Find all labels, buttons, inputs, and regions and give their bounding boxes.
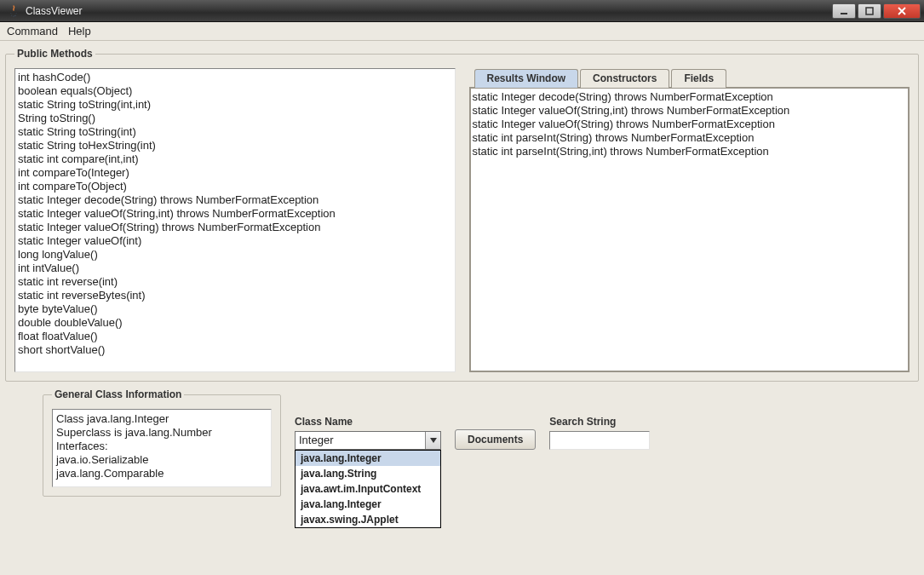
list-item[interactable]: double doubleValue() <box>17 316 453 330</box>
general-class-info-legend: General Class Information <box>52 388 184 400</box>
dropdown-option[interactable]: java.awt.im.InputContext <box>296 481 440 497</box>
gci-line: Class java.lang.Integer <box>56 412 267 426</box>
list-item[interactable]: int compareTo(Object) <box>17 180 453 193</box>
list-item[interactable]: short shortValue() <box>17 343 453 357</box>
svg-rect-0 <box>841 13 847 14</box>
list-item[interactable]: static Integer valueOf(String) throws Nu… <box>17 221 453 234</box>
list-item[interactable]: static Integer decode(String) throws Num… <box>17 193 453 207</box>
menu-bar: Command Help <box>0 22 924 41</box>
list-item[interactable]: static String toString(int,int) <box>17 98 453 112</box>
class-name-combobox[interactable]: Integer <box>295 431 441 450</box>
tab-fields[interactable]: Fields <box>671 69 726 88</box>
search-string-input[interactable] <box>549 431 650 450</box>
dropdown-option[interactable]: java.lang.Integer <box>296 451 440 466</box>
gci-line: Superclass is java.lang.Number <box>56 426 267 440</box>
menu-command[interactable]: Command <box>7 25 58 37</box>
general-class-info-text: Class java.lang.Integer Superclass is ja… <box>52 409 272 487</box>
list-item[interactable]: static int parseInt(String) throws Numbe… <box>473 131 907 145</box>
tab-strip: Results Window Constructors Fields <box>474 68 910 87</box>
list-item[interactable]: static Integer valueOf(String) throws Nu… <box>473 118 907 131</box>
java-app-icon <box>7 4 20 18</box>
list-item[interactable]: static Integer valueOf(String,int) throw… <box>17 207 453 221</box>
list-item[interactable]: static Integer valueOf(String,int) throw… <box>473 104 907 118</box>
list-item[interactable]: static Integer decode(String) throws Num… <box>473 90 907 104</box>
list-item[interactable]: int compareTo(Integer) <box>17 166 453 180</box>
window-minimize-button[interactable] <box>832 3 856 19</box>
list-item[interactable]: static int compare(int,int) <box>17 152 453 166</box>
window-title: ClassViewer <box>24 5 832 17</box>
public-methods-list[interactable]: int hashCode()boolean equals(Object)stat… <box>14 68 456 372</box>
list-item[interactable]: int intValue() <box>17 262 453 275</box>
gci-line: java.lang.Comparable <box>56 467 267 480</box>
tab-constructors[interactable]: Constructors <box>580 69 669 88</box>
general-class-info-group: General Class Information Class java.lan… <box>43 388 281 497</box>
list-item[interactable]: float floatValue() <box>17 330 453 343</box>
list-item[interactable]: int hashCode() <box>17 71 453 84</box>
gci-line: Interfaces: <box>56 440 267 453</box>
list-item[interactable]: static int reverseBytes(int) <box>17 289 453 302</box>
class-name-label: Class Name <box>295 416 441 428</box>
list-item[interactable]: static String toString(int) <box>17 125 453 139</box>
list-item[interactable]: static Integer valueOf(int) <box>17 234 453 248</box>
documents-button[interactable]: Documents <box>455 429 536 450</box>
list-item[interactable]: boolean equals(Object) <box>17 84 453 98</box>
list-item[interactable]: String toString() <box>17 112 453 125</box>
class-name-value: Integer <box>296 432 425 449</box>
tab-results-window[interactable]: Results Window <box>474 69 579 88</box>
window-close-button[interactable] <box>883 3 921 19</box>
dropdown-option[interactable]: java.lang.Integer <box>296 497 440 512</box>
class-name-dropdown[interactable]: java.lang.Integerjava.lang.Stringjava.aw… <box>295 450 441 528</box>
list-item[interactable]: static int reverse(int) <box>17 275 453 289</box>
menu-help[interactable]: Help <box>68 25 91 37</box>
svg-rect-1 <box>866 8 873 14</box>
window-titlebar: ClassViewer <box>0 0 924 22</box>
list-item[interactable]: byte byteValue() <box>17 302 453 316</box>
results-panel[interactable]: static Integer decode(String) throws Num… <box>469 87 910 372</box>
public-methods-legend: Public Methods <box>14 48 95 60</box>
list-item[interactable]: static int parseInt(String,int) throws N… <box>473 145 907 158</box>
gci-line: java.io.Serializable <box>56 453 267 467</box>
client-area: Public Methods int hashCode()boolean equ… <box>0 41 924 575</box>
list-item[interactable]: static String toHexString(int) <box>17 139 453 152</box>
search-string-label: Search String <box>549 416 650 428</box>
chevron-down-icon[interactable] <box>425 432 440 449</box>
dropdown-option[interactable]: javax.swing.JApplet <box>296 512 440 527</box>
list-item[interactable]: long longValue() <box>17 248 453 262</box>
window-maximize-button[interactable] <box>858 3 881 19</box>
dropdown-option[interactable]: java.lang.String <box>296 466 440 481</box>
public-methods-group: Public Methods int hashCode()boolean equ… <box>5 48 919 382</box>
